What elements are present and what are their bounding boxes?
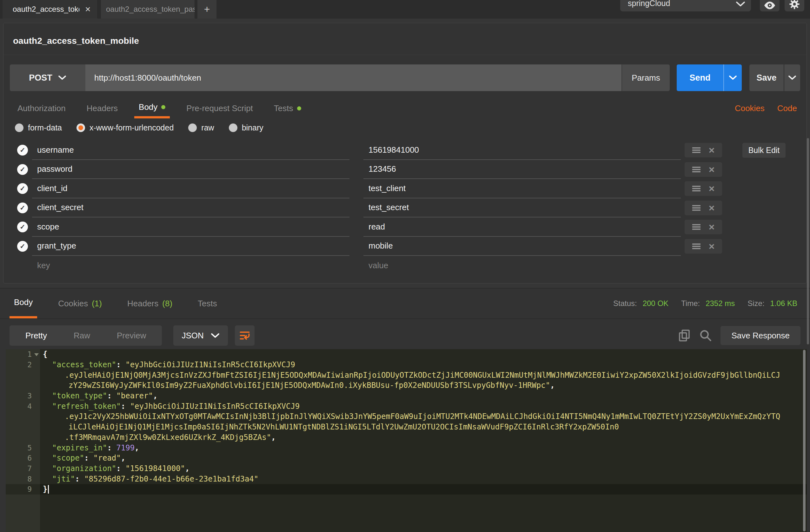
copy-icon[interactable]	[678, 328, 691, 342]
code-token: "15619841000"	[125, 464, 185, 473]
drag-handle-icon[interactable]	[692, 186, 700, 191]
response-panel: Body Cookies(1) Headers(8) Tests Status:…	[0, 288, 810, 532]
tab-body[interactable]: Body	[134, 98, 170, 118]
remove-param-icon[interactable]: ×	[709, 183, 715, 194]
param-key-input[interactable]: grant_type	[32, 237, 350, 256]
response-toolbar-right: Save Response	[678, 326, 800, 345]
page-scrollbar[interactable]	[807, 138, 809, 344]
checkbox-checked-icon[interactable]: ✓	[17, 222, 28, 232]
response-body-editor[interactable]: 1{2"access_token": "eyJhbGciOiJIUzI1NiIs…	[6, 349, 807, 532]
save-response-button[interactable]: Save Response	[720, 326, 800, 345]
save-button[interactable]: Save	[749, 64, 800, 91]
drag-handle-icon[interactable]	[692, 167, 700, 172]
url-input[interactable]: http://host1:8000/oauth/token	[85, 64, 621, 91]
code-line: .eyJleHAiOjE1NjQ0MjA3MjcsInVzZXJfbmFtZSI…	[6, 370, 807, 380]
drag-handle-icon[interactable]	[692, 147, 700, 153]
radio-icon[interactable]	[15, 124, 23, 132]
mode-raw[interactable]: raw	[188, 123, 214, 132]
fold-caret-icon[interactable]	[34, 353, 39, 356]
param-value-input[interactable]: 123456	[363, 160, 681, 179]
wrap-text-button[interactable]	[235, 325, 255, 346]
param-value-input[interactable]: test_secret	[363, 198, 681, 218]
param-row-controls: ×	[685, 239, 722, 254]
close-tab-icon[interactable]: ×	[85, 4, 91, 14]
search-icon[interactable]	[699, 329, 712, 342]
code-token: ,	[185, 464, 190, 473]
param-value-input[interactable]: mobile	[363, 237, 681, 256]
editor-scrollbar[interactable]	[803, 350, 806, 531]
line-gutter: 9	[6, 484, 40, 495]
radio-icon[interactable]	[229, 124, 238, 132]
radio-icon[interactable]	[188, 124, 197, 132]
drag-handle-icon[interactable]	[692, 205, 700, 211]
param-key-input[interactable]: client_secret	[32, 198, 350, 218]
send-button[interactable]: Send	[677, 64, 742, 91]
code-line-text: iLCJleHAiOjE1NjQ1MjE1MjcsImp0aSI6IjNhZTk…	[40, 422, 807, 432]
checkbox-checked-icon[interactable]: ✓	[17, 145, 28, 156]
view-pretty[interactable]: Pretty	[12, 331, 60, 341]
remove-param-icon[interactable]: ×	[709, 164, 715, 175]
mode-form-data[interactable]: form-data	[15, 123, 62, 132]
remove-param-icon[interactable]: ×	[709, 241, 715, 252]
tab-tests[interactable]: Tests	[270, 98, 306, 118]
param-key-input[interactable]: client_id	[32, 179, 350, 198]
settings-button[interactable]	[784, 0, 804, 12]
code-token: .tf3MRmqavA7mjZXl9w0ZkLxed6UZkrkZ_4KDjg5…	[65, 433, 271, 442]
tab-pre-request-script[interactable]: Pre-request Script	[182, 98, 257, 118]
param-key-input[interactable]: username	[32, 141, 350, 160]
drag-handle-icon[interactable]	[692, 243, 700, 249]
body-content-dot	[161, 105, 165, 109]
code-link[interactable]: Code	[777, 103, 797, 113]
environment-preview-button[interactable]	[760, 0, 779, 12]
param-value-input[interactable]: read	[363, 217, 681, 237]
checkbox-checked-icon[interactable]: ✓	[17, 164, 28, 175]
remove-param-icon[interactable]: ×	[709, 222, 715, 232]
cookies-link[interactable]: Cookies	[735, 103, 765, 113]
view-raw[interactable]: Raw	[60, 331, 103, 341]
format-label: JSON	[181, 331, 204, 341]
tab-authorization[interactable]: Authorization	[13, 98, 70, 118]
environment-selector[interactable]: springCloud	[620, 0, 751, 12]
response-tab-cookies[interactable]: Cookies(1)	[54, 289, 106, 318]
param-value-input[interactable]: value	[363, 256, 681, 275]
request-links: Cookies Code	[735, 98, 797, 118]
tab-oauth2-access-token-password[interactable]: oauth2_access_token_passw	[101, 0, 195, 18]
tab-oauth2-access-token[interactable]: oauth2_access_token_ ×	[2, 0, 98, 18]
code-line-text: "scope": "read",	[40, 453, 807, 464]
drag-handle-icon[interactable]	[692, 224, 700, 230]
param-key-input[interactable]: scope	[32, 217, 350, 237]
line-number: 5	[27, 444, 32, 452]
send-label: Send	[677, 64, 723, 91]
param-check-cell: ✓	[3, 179, 32, 198]
remove-param-icon[interactable]: ×	[709, 203, 715, 213]
response-format-selector[interactable]: JSON	[173, 325, 228, 346]
code-token: "85296d87-f2b0-44e1-b66e-23e1ba1fd3a4"	[84, 474, 258, 483]
code-line: 3"token_type": "bearer",	[6, 391, 807, 401]
remove-param-icon[interactable]: ×	[709, 145, 715, 155]
view-preview[interactable]: Preview	[103, 331, 159, 341]
send-options-button[interactable]	[723, 64, 742, 91]
mode-binary[interactable]: binary	[229, 123, 263, 132]
tab-headers[interactable]: Headers	[82, 98, 122, 118]
mode-x-www-form-urlencoded[interactable]: x-www-form-urlencoded	[77, 123, 174, 132]
checkbox-checked-icon[interactable]: ✓	[17, 241, 28, 252]
param-value-input[interactable]: 15619841000	[363, 141, 681, 160]
bulk-edit-button[interactable]: Bulk Edit	[742, 143, 785, 158]
code-token: :	[75, 474, 84, 483]
eye-icon	[764, 1, 776, 10]
response-tab-body[interactable]: Body	[10, 289, 37, 318]
new-tab-button[interactable]: +	[197, 0, 216, 18]
checkbox-checked-icon[interactable]: ✓	[17, 183, 28, 194]
save-options-button[interactable]	[784, 64, 800, 91]
response-tab-headers[interactable]: Headers(8)	[123, 289, 177, 318]
param-row-controls: ×	[685, 200, 722, 215]
checkbox-checked-icon[interactable]: ✓	[17, 203, 28, 213]
param-row-controls: ×	[685, 143, 722, 158]
params-button[interactable]: Params	[621, 64, 670, 91]
param-key-input[interactable]: key	[32, 256, 350, 275]
method-selector[interactable]: POST	[10, 64, 85, 91]
radio-selected-icon[interactable]	[77, 124, 85, 132]
response-tab-tests[interactable]: Tests	[193, 289, 222, 318]
param-key-input[interactable]: password	[32, 160, 350, 179]
param-value-input[interactable]: test_client	[363, 179, 681, 198]
